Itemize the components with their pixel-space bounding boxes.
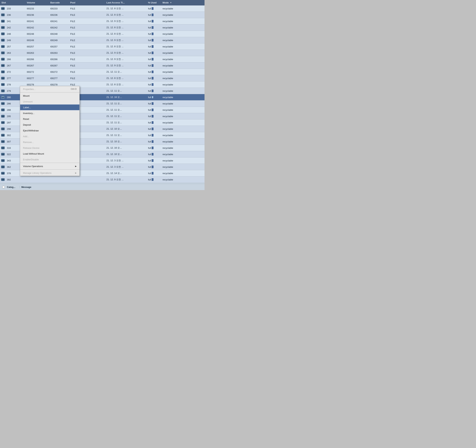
slot-number: 343 [6,159,11,162]
tape-icon [1,115,5,118]
tape-icon [1,140,5,143]
select-all-checkbox[interactable] [2,186,5,188]
table-row[interactable]: 241I00241I00241FILE21. 12. 9 오전 ...fullr… [0,18,204,24]
pool-cell: FILE [69,39,105,42]
slot-number: 392 [6,178,11,181]
slot-cell: 267 [0,64,25,67]
volume-cell: I00241 [25,20,49,23]
slot-number: 302 [6,134,11,137]
col-header-pctused: % Used [147,1,161,4]
tape-icon [1,153,5,156]
menu-item-remove---: Remove... [20,139,79,145]
slot-number: 295 [6,115,11,118]
bottom-checkbox[interactable] [0,186,6,188]
pool-cell: FILE [69,7,105,10]
menu-item-volume-operations[interactable]: Volume Operations▶ [20,163,79,169]
menu-item-label---[interactable]: Label... [20,104,79,110]
svg-rect-34 [2,47,3,47]
tape-icon [1,58,5,61]
table-row[interactable]: 257I00257I00257FILE21. 12. 8 오전 ...fullr… [0,43,204,50]
menu-item-eject-withdraw[interactable]: Eject/Withdraw [20,128,79,133]
tape-icon [1,102,5,105]
pctused-cell: full [147,172,161,175]
slot-number: 233 [6,7,11,10]
pool-cell: FILE [69,77,105,80]
volume-cell: I00236 [25,14,49,16]
lastaccess-cell: 21. 12. 14 오... [105,172,147,175]
table-row[interactable]: 267I00267I00267FILE21. 12. 9 오전 ...fullr… [0,62,204,69]
mode-cell: recyclable [161,90,183,92]
volume-cell: I00263 [25,51,49,54]
barcode-cell: I00241 [49,20,69,23]
tape-icon [1,96,5,99]
table-row[interactable]: 266I00266I00266FILE21. 12. 9 오전 ...fullr… [0,56,204,62]
pctused-cell: full [147,7,161,10]
table-row[interactable]: 236I00236I00236FILE21. 12. 8 오전 ...fullr… [0,12,204,18]
slot-cell: 278 [0,83,25,86]
pctused-cell: full [147,147,161,149]
tape-icon [1,83,5,86]
table-row[interactable]: 242I00242I00242FILE21. 12. 8 오전 ...fullr… [0,24,204,31]
slot-number: 279 [6,90,11,92]
table-row[interactable]: 277I00277I00277FILE21. 12. 8 오전 ...fullr… [0,75,204,81]
menu-item-label: Volume Operations [23,165,43,168]
barcode-cell: I00233 [49,7,69,10]
slot-cell: 249 [0,39,25,42]
menu-item-mount[interactable]: Mount [20,93,79,99]
mode-cell: recyclable [161,140,183,143]
slot-number: 280 [6,96,11,99]
lastaccess-cell: 21. 12. 9 오전 ... [105,20,147,23]
pctused-cell: full [147,134,161,137]
svg-rect-19 [2,28,3,28]
tape-icon [1,20,5,23]
tape-icon [1,134,5,137]
pool-cell: FILE [69,51,105,54]
table-row[interactable]: 263I00263I00263FILE21. 12. 9 오전 ...fullr… [0,50,204,56]
table-row[interactable]: 248I00248I00248FILE21. 12. 8 오전 ...fullr… [0,31,204,37]
context-menu[interactable]: Properties...Ctrl-OMountUnmountLabel...I… [20,86,80,176]
table-row[interactable]: 39221. 12. 9 오전 ...fullrecyclable [0,176,204,183]
mode-cell: recyclable [161,115,183,118]
volume-cell: I00257 [25,45,49,48]
categ-label: Categ... [6,186,20,188]
svg-rect-109 [2,142,3,142]
pctused-cell: full [147,159,161,162]
barcode-cell: I00277 [49,77,69,80]
menu-item-deposit[interactable]: Deposit [20,122,79,128]
menu-item-load-without-mount[interactable]: Load Without Mount [20,151,79,157]
table-row[interactable]: 233I00233I00233FILE21. 12. 8 오전 ...fullr… [0,6,204,12]
slot-number: 267 [6,64,11,67]
lastaccess-cell: 21. 12. 11 오... [105,115,147,118]
slot-cell: 277 [0,77,25,80]
barcode-cell: I00278 [49,83,69,86]
pool-cell: FILE [69,33,105,35]
svg-rect-9 [2,15,3,16]
table-row[interactable]: 272I00272I00272FILE21. 12. 11 오...fullre… [0,69,204,75]
menu-item-inventory---[interactable]: Inventory... [20,110,79,116]
lastaccess-cell: 21. 12. 9 오전 ... [105,39,147,42]
slot-number: 322 [6,153,11,156]
menu-item-label: Inventory... [23,112,34,115]
mode-cell: recyclable [161,134,183,137]
col-header-mode[interactable]: Mode ▼ [161,1,183,4]
menu-item-properties---: Properties...Ctrl-O [20,86,79,92]
menu-item-reset[interactable]: Reset [20,116,79,122]
slot-number: 297 [6,121,11,124]
svg-rect-104 [2,136,3,136]
table-row[interactable]: 249I00249I00249FILE21. 12. 9 오전 ...fullr… [0,37,204,43]
pool-cell: FILE [69,45,105,48]
pool-cell: FILE [69,20,105,23]
mode-cell: recyclable [161,153,183,156]
barcode-cell: I00236 [49,14,69,16]
pctused-cell: full [147,45,161,48]
menu-item-label: Label... [23,106,31,109]
slot-cell: 263 [0,51,25,54]
svg-rect-44 [2,60,3,60]
volume-cell: I00272 [25,71,49,73]
lastaccess-cell: 21. 12. 8 오전 ... [105,45,147,48]
menu-item-enable-disable: Enable/Disable [20,157,79,162]
pctused-cell: full [147,71,161,73]
slot-number: 362 [6,166,11,168]
slot-number: 307 [6,140,11,143]
tape-icon [1,77,5,80]
